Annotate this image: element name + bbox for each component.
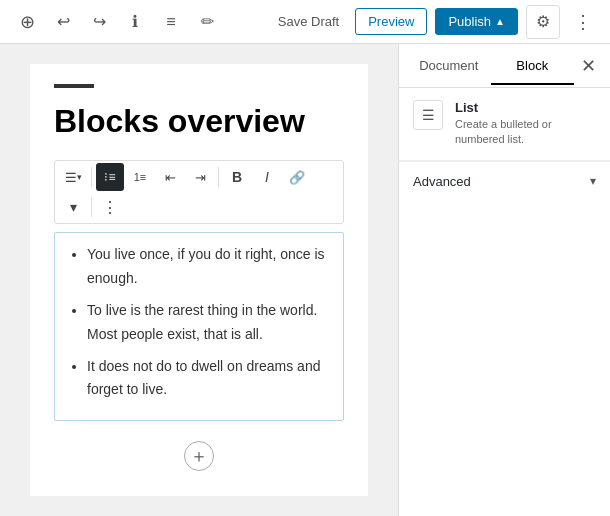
more-rich-text-btn[interactable]: ▾ xyxy=(59,193,87,221)
list-item: You live once, if you do it right, once … xyxy=(87,243,329,291)
top-bar-right: Save Draft Preview Publish ▲ ⚙ ⋮ xyxy=(270,5,598,39)
indent-increase-icon: ⇥ xyxy=(195,170,206,185)
panel-block-desc: Create a bulleted or numbered list. xyxy=(455,117,596,148)
advanced-label: Advanced xyxy=(413,174,471,189)
tab-document[interactable]: Document xyxy=(407,48,491,85)
edit-icon: ✏ xyxy=(201,12,214,31)
indent-increase-btn[interactable]: ⇥ xyxy=(186,163,214,191)
panel-block-name: List xyxy=(455,100,596,115)
panel-close-button[interactable]: ✕ xyxy=(574,52,602,80)
main-area: Blocks overview ☰ ▾ ⁝≡ 1≡ ⇤ ⇥ xyxy=(0,44,610,516)
preview-button[interactable]: Preview xyxy=(355,8,427,35)
bullet-list-icon: ⁝≡ xyxy=(104,170,115,184)
block-toolbar: ☰ ▾ ⁝≡ 1≡ ⇤ ⇥ B xyxy=(54,160,344,224)
undo-icon: ↩ xyxy=(57,12,70,31)
edit-button[interactable]: ✏ xyxy=(192,7,222,37)
info-button[interactable]: ℹ xyxy=(120,7,150,37)
chevron-down-icon: ▾ xyxy=(590,174,596,188)
bullet-list-btn[interactable]: ⁝≡ xyxy=(96,163,124,191)
list-type-icon: ☰ xyxy=(65,170,77,185)
more-options-button[interactable]: ⋮ xyxy=(568,7,598,37)
panel-block-item: ☰ List Create a bulleted or numbered lis… xyxy=(399,88,610,161)
indent-decrease-icon: ⇤ xyxy=(165,170,176,185)
tab-block[interactable]: Block xyxy=(491,48,575,85)
link-icon: 🔗 xyxy=(289,170,305,185)
info-icon: ℹ xyxy=(132,12,138,31)
add-circle-icon: ＋ xyxy=(190,444,208,468)
page-title: Blocks overview xyxy=(54,102,344,140)
panel-block-info: List Create a bulleted or numbered list. xyxy=(455,100,596,148)
redo-icon: ↪ xyxy=(93,12,106,31)
toolbar-divider-2 xyxy=(218,167,219,187)
list-type-btn[interactable]: ☰ ▾ xyxy=(59,163,87,191)
publish-label: Publish xyxy=(448,14,491,29)
right-panel: Document Block ✕ ☰ List Create a bullete… xyxy=(398,44,610,516)
list-view-icon: ≡ xyxy=(166,13,175,31)
toolbar-divider-1 xyxy=(91,167,92,187)
block-more-btn[interactable]: ⋮ xyxy=(96,193,124,221)
panel-block-icon: ☰ xyxy=(413,100,443,130)
settings-button[interactable]: ⚙ xyxy=(526,5,560,39)
title-decorator xyxy=(54,84,94,88)
add-icon: ⊕ xyxy=(20,11,35,33)
list-block: You live once, if you do it right, once … xyxy=(54,232,344,421)
more-icon: ⋮ xyxy=(574,11,592,33)
bold-btn[interactable]: B xyxy=(223,163,251,191)
list-item: To live is the rarest thing in the world… xyxy=(87,299,329,347)
toolbar-divider-3 xyxy=(91,197,92,217)
panel-tabs: Document Block ✕ xyxy=(399,44,610,88)
undo-button[interactable]: ↩ xyxy=(48,7,78,37)
indent-decrease-btn[interactable]: ⇤ xyxy=(156,163,184,191)
save-draft-button[interactable]: Save Draft xyxy=(270,10,347,33)
numbered-list-btn[interactable]: 1≡ xyxy=(126,163,154,191)
list-item: It does not do to dwell on dreams and fo… xyxy=(87,355,329,403)
publish-button[interactable]: Publish ▲ xyxy=(435,8,518,35)
list-view-button[interactable]: ≡ xyxy=(156,7,186,37)
more-rich-text-icon: ▾ xyxy=(70,199,77,215)
bold-icon: B xyxy=(232,169,242,185)
publish-arrow-icon: ▲ xyxy=(495,16,505,27)
list-content: You live once, if you do it right, once … xyxy=(65,243,329,402)
top-bar: ⊕ ↩ ↪ ℹ ≡ ✏ Save Draft Preview Publish ▲… xyxy=(0,0,610,44)
numbered-list-icon: 1≡ xyxy=(134,171,147,183)
advanced-header[interactable]: Advanced ▾ xyxy=(399,162,610,201)
top-bar-left: ⊕ ↩ ↪ ℹ ≡ ✏ xyxy=(12,7,262,37)
add-block-icon-btn[interactable]: ⊕ xyxy=(12,7,42,37)
link-btn[interactable]: 🔗 xyxy=(283,163,311,191)
italic-btn[interactable]: I xyxy=(253,163,281,191)
editor-area: Blocks overview ☰ ▾ ⁝≡ 1≡ ⇤ ⇥ xyxy=(0,44,398,516)
editor-content: Blocks overview ☰ ▾ ⁝≡ 1≡ ⇤ ⇥ xyxy=(30,64,368,496)
panel-content: ☰ List Create a bulleted or numbered lis… xyxy=(399,88,610,516)
italic-icon: I xyxy=(265,169,269,185)
advanced-section: Advanced ▾ xyxy=(399,161,610,201)
add-block-button[interactable]: ＋ xyxy=(184,441,214,471)
redo-button[interactable]: ↪ xyxy=(84,7,114,37)
gear-icon: ⚙ xyxy=(536,12,550,31)
list-block-icon: ☰ xyxy=(422,107,435,123)
block-more-icon: ⋮ xyxy=(102,198,118,217)
